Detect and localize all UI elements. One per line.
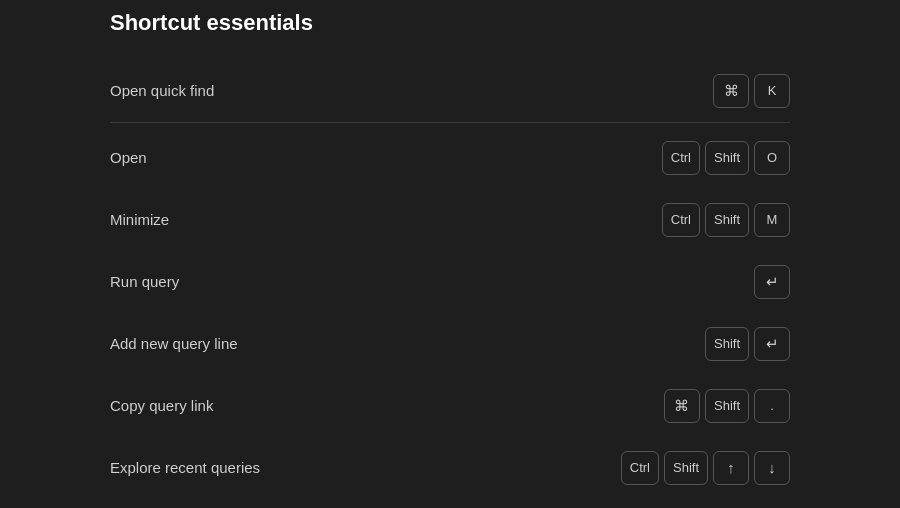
key-badge: ⌘ (713, 74, 749, 108)
key-badge: Shift (705, 203, 749, 237)
key-badge: Ctrl (662, 141, 700, 175)
key-badge: ↓ (754, 451, 790, 485)
key-badge: ⌘ (664, 389, 700, 423)
panel-title: Shortcut essentials (110, 10, 790, 36)
key-badge: Shift (664, 451, 708, 485)
shortcut-row: Run query↵ (110, 251, 790, 313)
shortcut-label: Open quick find (110, 82, 214, 99)
shortcut-label: Copy query link (110, 397, 213, 414)
shortcut-keys: CtrlShiftO (662, 141, 790, 175)
shortcut-keys: CtrlShift↑↓ (621, 451, 790, 485)
shortcut-keys: ⌘Shift. (664, 389, 790, 423)
shortcut-row: Copy query link⌘Shift. (110, 375, 790, 437)
shortcut-label: Explore recent queries (110, 459, 260, 476)
shortcut-keys: Shift↵ (705, 327, 790, 361)
shortcut-label: Add new query line (110, 335, 238, 352)
shortcut-row: OpenCtrlShiftO (110, 127, 790, 189)
key-badge: O (754, 141, 790, 175)
key-badge: Ctrl (662, 203, 700, 237)
shortcut-keys: ⌘K (713, 74, 790, 108)
key-badge: ↵ (754, 327, 790, 361)
key-badge: M (754, 203, 790, 237)
shortcuts-panel: Shortcut essentials Open quick find⌘KOpe… (70, 0, 830, 508)
shortcut-label: Run query (110, 273, 179, 290)
shortcut-row: Add new query lineShift↵ (110, 313, 790, 375)
shortcut-label: Minimize (110, 211, 169, 228)
shortcuts-list: Open quick find⌘KOpenCtrlShiftOMinimizeC… (110, 60, 790, 499)
shortcut-keys: ↵ (754, 265, 790, 299)
shortcut-row: Open quick find⌘K (110, 60, 790, 123)
key-badge: K (754, 74, 790, 108)
key-badge: . (754, 389, 790, 423)
key-badge: ↑ (713, 451, 749, 485)
shortcut-row: Explore recent queriesCtrlShift↑↓ (110, 437, 790, 499)
key-badge: ↵ (754, 265, 790, 299)
shortcut-row: MinimizeCtrlShiftM (110, 189, 790, 251)
key-badge: Ctrl (621, 451, 659, 485)
shortcut-keys: CtrlShiftM (662, 203, 790, 237)
key-badge: Shift (705, 327, 749, 361)
key-badge: Shift (705, 389, 749, 423)
key-badge: Shift (705, 141, 749, 175)
shortcut-label: Open (110, 149, 147, 166)
